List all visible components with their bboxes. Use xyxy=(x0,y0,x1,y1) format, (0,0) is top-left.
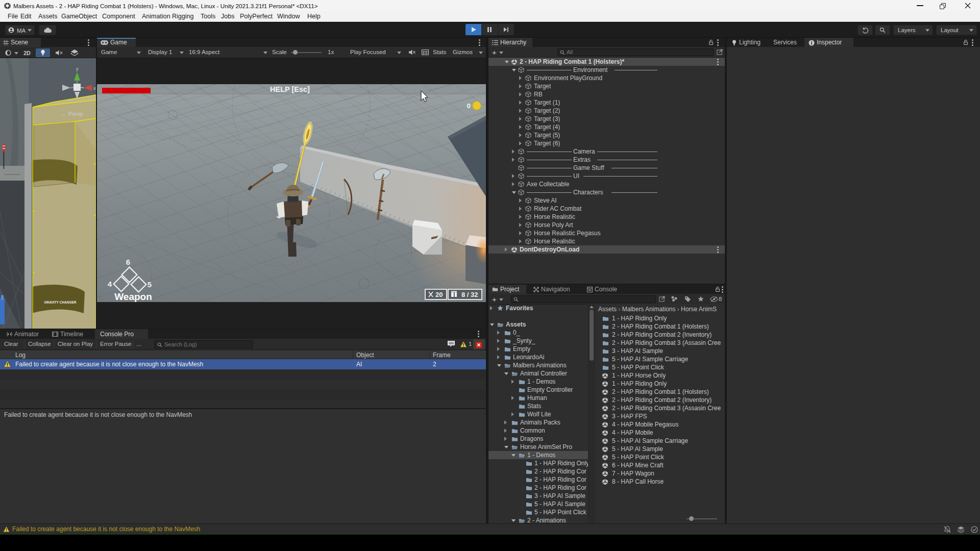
svg-text:4: 4 xyxy=(108,280,112,288)
svg-text:5: 5 xyxy=(148,280,152,289)
svg-text:6: 6 xyxy=(126,258,130,266)
svg-text:8 / 32: 8 / 32 xyxy=(461,291,478,298)
svg-text:0: 0 xyxy=(467,102,471,110)
svg-text:GRAVITY CHANGER: GRAVITY CHANGER xyxy=(44,300,77,304)
svg-text:y: y xyxy=(76,66,79,71)
svg-text:Weapon: Weapon xyxy=(114,291,152,302)
svg-text:20: 20 xyxy=(435,291,443,298)
svg-text:← Persp: ← Persp xyxy=(61,111,83,117)
svg-text:HELP [Esc]: HELP [Esc] xyxy=(270,85,310,93)
